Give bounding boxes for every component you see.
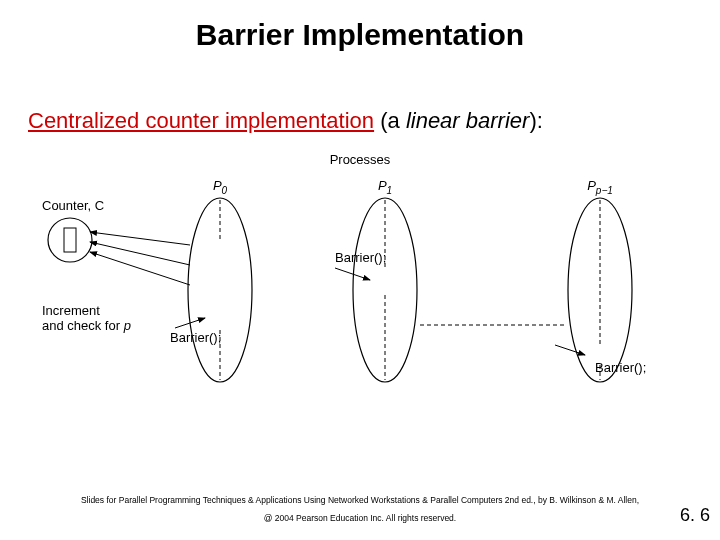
barrier-label-p0: Barrier(); <box>170 330 221 345</box>
subtitle-paren-close: ): <box>529 108 542 133</box>
barrier-pointer-pp <box>555 345 585 355</box>
process-p-ellipse <box>568 198 632 382</box>
barrier-pointer-p1 <box>335 268 370 280</box>
counter-circle <box>48 218 92 262</box>
p1-label: P1 <box>378 178 392 196</box>
barrier-label-p1: Barrier(); <box>335 250 386 265</box>
p0-label: P0 <box>213 178 228 196</box>
footer-line2: @ 2004 Pearson Education Inc. All rights… <box>0 509 720 528</box>
arrow-p0-to-counter-2 <box>90 242 190 265</box>
slide-subtitle: Centralized counter implementation (a li… <box>28 108 543 134</box>
footer-line1: Slides for Parallel Programming Techniqu… <box>0 491 720 510</box>
pp-label: Pp−1 <box>587 178 613 196</box>
slide-title: Barrier Implementation <box>0 18 720 52</box>
subtitle-underlined: Centralized counter implementation <box>28 108 374 133</box>
counter-box <box>64 228 76 252</box>
increment-label-line2: and check for p <box>42 318 131 333</box>
subtitle-linear: linear barrier <box>406 108 530 133</box>
counter-label: Counter, C <box>42 198 104 213</box>
arrow-p0-to-counter-1 <box>90 232 190 245</box>
barrier-diagram: Processes P0 P1 Pp−1 Counter, C Incremen… <box>40 150 680 430</box>
barrier-label-pp: Barrier(); <box>595 360 646 375</box>
increment-label-line1: Increment <box>42 303 100 318</box>
arrow-p0-to-counter-3 <box>90 252 190 285</box>
processes-label: Processes <box>330 152 391 167</box>
slide-footer: Slides for Parallel Programming Techniqu… <box>0 491 720 528</box>
subtitle-paren-open: (a <box>374 108 406 133</box>
page-number: 6. 6 <box>680 505 710 526</box>
